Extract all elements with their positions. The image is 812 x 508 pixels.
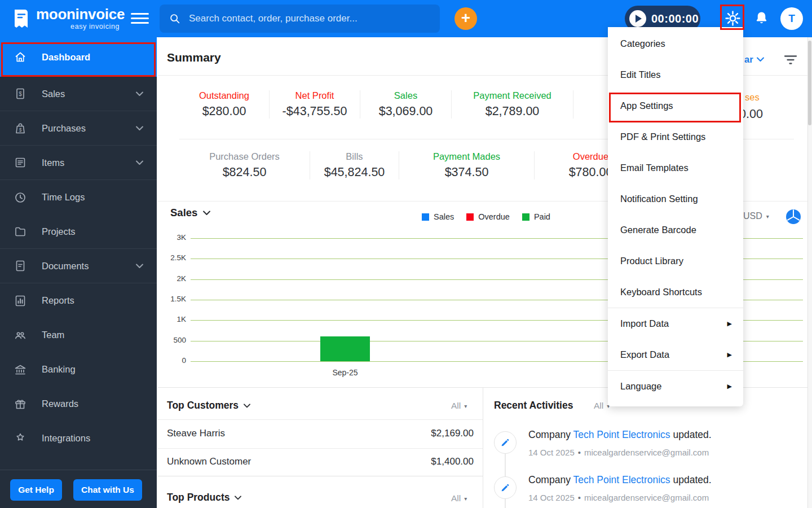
stat-value: $824.50 (223, 165, 267, 179)
sidebar-item-dashboard[interactable]: Dashboard (0, 37, 157, 77)
currency-label: USD (743, 211, 762, 221)
customer-name[interactable]: Steave Harris (167, 428, 225, 439)
caret-down-icon: ▾ (464, 403, 467, 409)
menu-item-label: Keyboard Shortcuts (620, 287, 702, 297)
sidebar-item-time-logs[interactable]: Time Logs (0, 180, 157, 214)
scrollbar-thumb[interactable] (808, 41, 811, 125)
sidebar-item-projects[interactable]: Projects (0, 214, 157, 249)
arrow-right-icon: ▶ (727, 383, 732, 390)
menu-item-export-data[interactable]: Export Data▶ (608, 339, 743, 370)
settings-gear-icon[interactable] (724, 10, 742, 27)
stat-value: $2,789.00 (486, 104, 540, 119)
bar-paid-sep-25[interactable] (320, 336, 370, 361)
stat-label: Sales (394, 90, 417, 101)
menu-item-app-settings[interactable]: App Settings (608, 90, 743, 121)
menu-item-pdf-print-settings[interactable]: PDF & Print Settings (608, 121, 743, 152)
filter-value: All (451, 493, 461, 503)
document-icon (14, 259, 27, 273)
top-products-filter-dropdown[interactable]: All ▾ (451, 493, 467, 503)
y-axis-tick: 3K (159, 233, 186, 242)
menu-item-categories[interactable]: Categories (608, 28, 743, 59)
y-axis-tick: 0 (159, 356, 186, 365)
menu-item-notification-setting[interactable]: Notification Setting (608, 183, 743, 214)
y-axis-tick: 2K (159, 274, 186, 283)
brand-name: mooninvoice (36, 6, 125, 23)
sidebar-item-label: Rewards (42, 398, 78, 409)
top-customers-dropdown[interactable]: Top Customers (167, 400, 250, 411)
stat-label: Bills (346, 151, 363, 162)
period-dropdown[interactable]: ar (744, 54, 764, 65)
search-input[interactable] (188, 12, 431, 25)
chevron-down-icon (136, 264, 143, 269)
sidebar-item-sales[interactable]: $Sales (0, 77, 157, 111)
menu-item-import-data[interactable]: Import Data▶ (608, 308, 743, 339)
y-axis-tick: 2.5K (159, 253, 186, 262)
chart-legend: SalesOverduePaid (422, 212, 550, 221)
sidebar-item-label: Documents (42, 261, 89, 271)
filter-icon[interactable] (784, 55, 797, 65)
row-divider (158, 419, 483, 420)
search-bar (160, 5, 440, 33)
stat-label: Net Profit (295, 90, 334, 101)
app-window: mooninvoice easy invoicing + 00:00:00 T … (0, 0, 812, 508)
sidebar-item-rewards[interactable]: Rewards (0, 387, 157, 421)
arrow-right-icon: ▶ (727, 320, 732, 327)
top-products-dropdown[interactable]: Top Products (167, 492, 241, 503)
x-axis-tick: Sep-25 (311, 368, 379, 377)
menu-item-label: Email Templates (620, 163, 689, 173)
sidebar-item-items[interactable]: Items (0, 146, 157, 180)
menu-item-product-library[interactable]: Product Library (608, 246, 743, 277)
caret-down-icon: ▾ (464, 496, 467, 502)
stat-label: Payment Mades (433, 151, 500, 162)
quick-add-button[interactable]: + (454, 7, 477, 30)
sidebar-item-label: Team (42, 330, 64, 340)
activity-company-link[interactable]: Tech Point Electronics (573, 474, 670, 485)
legend-label: Overdue (478, 212, 510, 221)
items-icon (14, 156, 27, 169)
folder-icon (14, 225, 27, 238)
stat-purchase-orders: Purchase Orders$824.50 (179, 151, 310, 179)
pie-chart-toggle-icon[interactable] (785, 209, 801, 225)
activity-company-link[interactable]: Tech Point Electronics (573, 429, 670, 440)
legend-label: Sales (434, 212, 454, 221)
sidebar-item-purchases[interactable]: $Purchases (0, 111, 157, 146)
top-customers-filter-dropdown[interactable]: All ▾ (451, 401, 467, 411)
sidebar-item-integrations[interactable]: Integrations (0, 421, 157, 456)
get-help-button[interactable]: Get Help (10, 479, 62, 501)
chevron-down-icon (757, 57, 764, 62)
notifications-bell-icon[interactable] (754, 10, 769, 25)
stat-label: Overdue (573, 151, 608, 162)
activity-date: 14 Oct 2025 (528, 448, 575, 457)
sidebar-item-label: Sales (42, 89, 65, 99)
menu-item-label: Language (620, 381, 661, 392)
menu-item-email-templates[interactable]: Email Templates (608, 152, 743, 183)
sidebar-item-team[interactable]: Team (0, 318, 157, 352)
y-axis-tick: 1.5K (159, 295, 186, 303)
integrations-icon (14, 432, 27, 445)
stat-value: $780.00 (569, 165, 613, 179)
stat-bills: Bills$45,824.50 (310, 151, 399, 179)
menu-item-edit-titles[interactable]: Edit Titles (608, 59, 743, 90)
clock-icon (14, 191, 27, 204)
y-axis-tick: 500 (159, 336, 186, 344)
mooninvoice-logo-icon (10, 7, 33, 30)
hamburger-menu-icon[interactable] (131, 13, 149, 24)
menu-item-keyboard-shortcuts[interactable]: Keyboard Shortcuts (608, 277, 743, 308)
menu-item-label: Notification Setting (620, 194, 698, 204)
sidebar-item-banking[interactable]: Banking (0, 352, 157, 387)
menu-item-generate-barcode[interactable]: Generate Barcode (608, 214, 743, 246)
currency-dropdown[interactable]: USD ▾ (743, 211, 769, 221)
sales-chart-dropdown[interactable]: Sales (170, 207, 210, 219)
brand-tagline: easy invoicing (36, 23, 120, 30)
play-icon (629, 10, 646, 27)
sidebar-item-reports[interactable]: Reports (0, 283, 157, 318)
home-icon (14, 50, 27, 64)
activity-meta: 14 Oct 2025•micealgardenservice@gmail.co… (528, 493, 709, 502)
panel-vertical-divider (483, 388, 483, 508)
customer-name[interactable]: Unknown Customer (167, 456, 251, 467)
user-avatar[interactable]: T (780, 7, 803, 30)
chat-with-us-button[interactable]: Chat with Us (73, 479, 142, 501)
menu-item-label: Export Data (620, 349, 669, 360)
menu-item-language[interactable]: Language▶ (608, 371, 743, 402)
sidebar-item-documents[interactable]: Documents (0, 249, 157, 283)
